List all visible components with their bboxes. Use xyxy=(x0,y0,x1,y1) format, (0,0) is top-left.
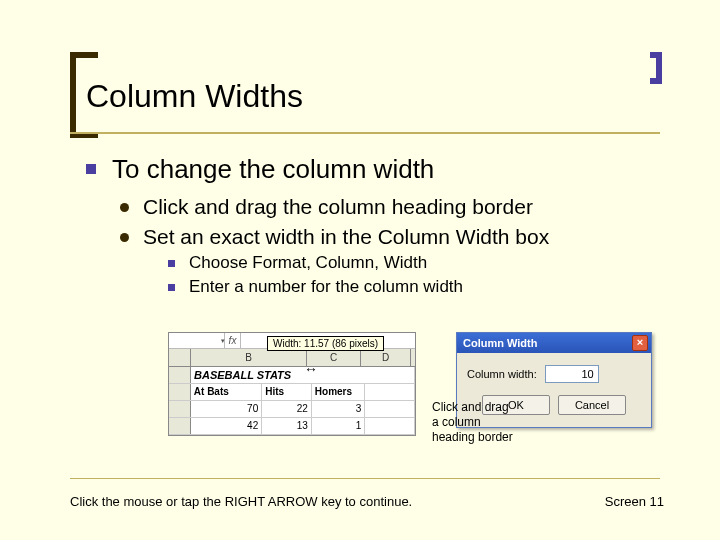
excel-snippet: Width: 11.57 (86 pixels) fx B C D BASEBA… xyxy=(168,332,416,436)
column-headers: B C D xyxy=(169,349,415,367)
circle-bullet-icon xyxy=(120,233,129,242)
width-tooltip: Width: 11.57 (86 pixels) xyxy=(267,336,384,351)
bullet-level-3: Enter a number for the column width xyxy=(168,277,686,297)
cancel-button[interactable]: Cancel xyxy=(558,395,626,415)
cell: Homers xyxy=(312,384,366,400)
bullet-text: To change the column width xyxy=(112,154,434,185)
callout-line-1: Click and drag xyxy=(432,400,513,415)
column-width-label: Column width: xyxy=(467,368,537,380)
corner-cell xyxy=(169,349,191,366)
col-header-b: B xyxy=(191,349,307,366)
table-row: BASEBALL STATS xyxy=(169,367,415,384)
fx-icon: fx xyxy=(225,333,241,348)
cell: 70 xyxy=(191,401,262,417)
name-box xyxy=(169,333,225,348)
square-bullet-icon xyxy=(168,260,175,267)
dialog-title: Column Width xyxy=(463,337,537,349)
callout-text: Click and drag a column heading border xyxy=(432,400,513,445)
bullet-level-1: To change the column width xyxy=(86,154,686,185)
cell xyxy=(365,401,415,417)
table-row: At Bats Hits Homers xyxy=(169,384,415,401)
footer-instruction: Click the mouse or tap the RIGHT ARROW k… xyxy=(70,494,412,509)
table-row: 70 22 3 xyxy=(169,401,415,418)
resize-cursor-icon xyxy=(304,361,318,377)
bullet-text: Click and drag the column heading border xyxy=(143,195,533,219)
row-header xyxy=(169,401,191,417)
title-underline xyxy=(70,132,660,134)
cell: Hits xyxy=(262,384,312,400)
cell: 3 xyxy=(312,401,366,417)
row-header xyxy=(169,384,191,400)
cell: 42 xyxy=(191,418,262,434)
footer-rule xyxy=(70,478,660,479)
slide-body: To change the column width Click and dra… xyxy=(86,154,686,297)
bullet-text: Enter a number for the column width xyxy=(189,277,463,297)
cell: 22 xyxy=(262,401,312,417)
cell xyxy=(365,418,415,434)
circle-bullet-icon xyxy=(120,203,129,212)
bullet-level-2: Click and drag the column heading border xyxy=(120,195,686,219)
cell: 1 xyxy=(312,418,366,434)
bullet-level-2: Set an exact width in the Column Width b… xyxy=(120,225,686,249)
figures: Width: 11.57 (86 pixels) fx B C D BASEBA… xyxy=(168,332,416,436)
callout-line-2: a column xyxy=(432,415,513,430)
square-bullet-icon xyxy=(86,164,96,174)
bullet-level-3: Choose Format, Column, Width xyxy=(168,253,686,273)
row-header xyxy=(169,367,191,383)
close-icon[interactable]: × xyxy=(632,335,648,351)
col-header-d: D xyxy=(361,349,411,366)
slide-title: Column Widths xyxy=(86,78,303,115)
bullet-text: Set an exact width in the Column Width b… xyxy=(143,225,549,249)
cell: At Bats xyxy=(191,384,262,400)
cell: 13 xyxy=(262,418,312,434)
square-bullet-icon xyxy=(168,284,175,291)
bullet-text: Choose Format, Column, Width xyxy=(189,253,427,273)
cell-title: BASEBALL STATS xyxy=(191,367,415,383)
column-width-input[interactable] xyxy=(545,365,599,383)
callout-line-3: heading border xyxy=(432,430,513,445)
title-bracket-right xyxy=(650,52,662,84)
table-row: 42 13 1 xyxy=(169,418,415,435)
dialog-titlebar: Column Width × xyxy=(457,333,651,353)
row-header xyxy=(169,418,191,434)
screen-number: Screen 11 xyxy=(605,494,664,509)
cell xyxy=(365,384,415,400)
